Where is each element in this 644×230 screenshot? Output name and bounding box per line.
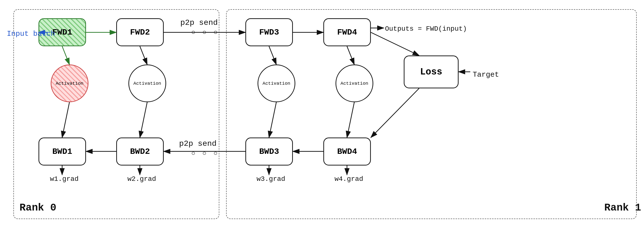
activation3-circle: Activation — [258, 64, 295, 102]
fwd3-node: FWD3 — [245, 18, 293, 46]
activation1-circle: Activation — [51, 64, 88, 102]
dots-top: ○ ○ ○ — [191, 29, 219, 36]
fwd4-node: FWD4 — [323, 18, 371, 46]
diagram-container: Rank 0 Rank 1 FWD1 FWD2 FWD3 FWD4 Activa… — [0, 0, 644, 230]
input-batch-label: Input batch — [7, 30, 55, 38]
bwd1-node: BWD1 — [38, 138, 86, 166]
p2p-send-top-label: p2p send — [180, 18, 218, 27]
loss-node: Loss — [404, 55, 458, 88]
bwd4-node: BWD4 — [323, 138, 371, 166]
bwd3-node: BWD3 — [245, 138, 293, 166]
w4grad-label: w4.grad — [334, 175, 363, 183]
activation2-circle: Activation — [128, 64, 166, 102]
w3grad-label: w3.grad — [256, 175, 285, 183]
target-label: Target — [473, 71, 499, 79]
fwd2-node: FWD2 — [116, 18, 164, 46]
bwd2-node: BWD2 — [116, 138, 164, 166]
dots-bottom: ○ ○ ○ — [191, 150, 219, 157]
rank0-label: Rank 0 — [20, 202, 56, 214]
w2grad-label: w2.grad — [128, 175, 156, 183]
p2p-send-bottom-label: p2p send — [179, 139, 216, 148]
rank1-label: Rank 1 — [604, 202, 641, 214]
activation4-circle: Activation — [336, 64, 373, 102]
w1grad-label: w1.grad — [50, 175, 79, 183]
outputs-label: Outputs = FWD(input) — [385, 25, 467, 33]
